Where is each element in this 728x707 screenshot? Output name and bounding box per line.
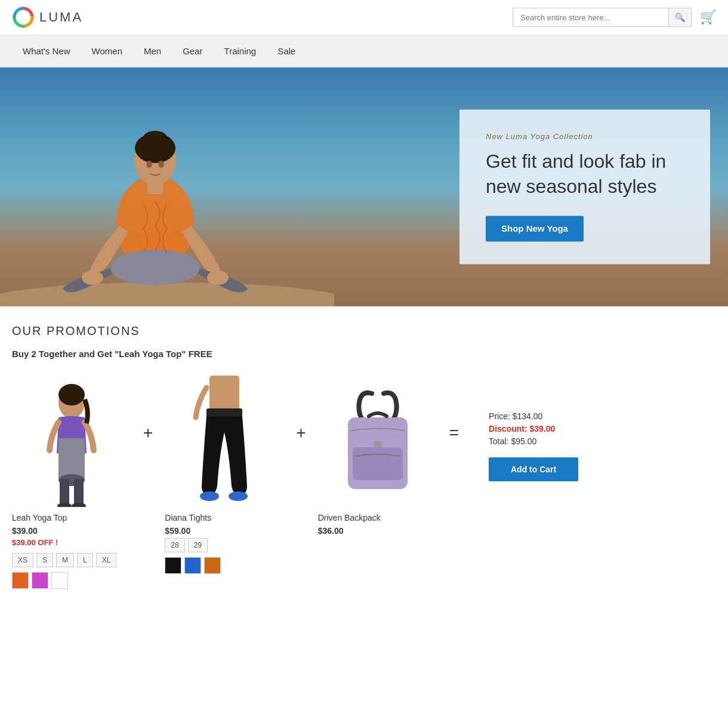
product-3-price: $36.00 [318, 526, 437, 536]
nav-item-women[interactable]: Women [81, 35, 133, 67]
product-2-colors [165, 557, 284, 574]
product-1-image [12, 376, 131, 507]
logo-text: LUMA [39, 10, 83, 25]
svg-point-22 [200, 491, 219, 501]
cart-icon[interactable]: 🛒 [700, 10, 716, 25]
svg-rect-21 [206, 408, 242, 417]
waist-28[interactable]: 28 [165, 538, 184, 552]
hero-title: Get fit and look fab in new seasonal sty… [486, 149, 684, 199]
luma-logo-icon [12, 6, 35, 29]
product-2-waist: 28 29 [165, 538, 284, 552]
size-xs[interactable]: XS [12, 553, 33, 567]
size-s[interactable]: S [36, 553, 53, 567]
hero-banner: New Luma Yoga Collection Get fit and loo… [0, 67, 728, 306]
product-2-svg [189, 376, 260, 507]
svg-point-11 [158, 161, 164, 168]
search-wrap: 🔍 [513, 8, 692, 27]
svg-rect-13 [58, 438, 85, 480]
nav-item-men[interactable]: Men [133, 35, 172, 67]
svg-rect-16 [60, 479, 69, 506]
product-2-price: $59.00 [165, 526, 284, 536]
promotions-title: OUR PROMOTIONS [12, 324, 716, 338]
svg-point-8 [82, 270, 103, 285]
product-1-info: Leah Yoga Top $39.00 $39.00 OFF ! XS S M… [12, 507, 131, 589]
product-1-sizes: XS S M L XL [12, 553, 131, 567]
product-3-name: Driven Backpack [318, 513, 437, 522]
svg-point-10 [146, 161, 152, 168]
color-blue[interactable] [184, 557, 201, 574]
svg-point-15 [58, 384, 85, 405]
hero-yoga-person [0, 67, 334, 306]
svg-rect-25 [353, 447, 403, 480]
product-1-colors [12, 572, 131, 589]
size-m[interactable]: M [56, 553, 74, 567]
nav-item-training[interactable]: Training [214, 35, 267, 67]
product-1-price: $39.00 [12, 526, 131, 536]
product-1: Leah Yoga Top $39.00 $39.00 OFF ! XS S M… [12, 376, 131, 589]
svg-point-23 [229, 491, 248, 501]
search-button[interactable]: 🔍 [668, 8, 691, 26]
product-3-svg [330, 388, 425, 507]
size-l[interactable]: L [77, 553, 93, 567]
product-1-svg [33, 382, 110, 507]
discount-label: Discount: $39.00 [489, 424, 578, 434]
svg-rect-20 [209, 376, 239, 411]
product-1-discount: $39.00 OFF ! [12, 538, 131, 547]
header: LUMA 🔍 🛒 [0, 0, 728, 35]
product-3: Driven Backpack $36.00 [318, 376, 437, 538]
color-orange[interactable] [12, 572, 29, 589]
search-input[interactable] [513, 9, 668, 26]
product-3-info: Driven Backpack $36.00 [318, 507, 437, 538]
product-2-info: Diana Tights $59.00 28 29 [165, 507, 284, 574]
hero-subtitle: New Luma Yoga Collection [486, 132, 684, 141]
color-white[interactable] [51, 572, 68, 589]
color-purple[interactable] [32, 572, 48, 589]
product-3-image [318, 376, 437, 507]
product-1-name: Leah Yoga Top [12, 513, 131, 522]
shop-new-yoga-button[interactable]: Shop New Yoga [486, 216, 584, 242]
color-burnt-orange[interactable] [204, 557, 221, 574]
price-summary: Price: $134.00 Discount: $39.00 Total: $… [471, 376, 578, 481]
waist-29[interactable]: 29 [188, 538, 208, 552]
nav-item-sale[interactable]: Sale [267, 35, 306, 67]
operator-plus-1: + [131, 376, 165, 442]
svg-rect-17 [74, 479, 84, 506]
svg-point-7 [110, 250, 200, 285]
nav-item-whats-new[interactable]: What's New [12, 35, 81, 67]
operator-plus-2: + [284, 376, 317, 442]
svg-rect-6 [147, 182, 163, 194]
svg-point-9 [207, 270, 229, 285]
svg-point-19 [72, 503, 86, 507]
promo-row: Leah Yoga Top $39.00 $39.00 OFF ! XS S M… [12, 376, 716, 589]
promotions-section: OUR PROMOTIONS Buy 2 Together and Get "L… [0, 306, 728, 613]
logo[interactable]: LUMA [12, 6, 83, 29]
svg-point-5 [143, 131, 167, 145]
svg-point-18 [57, 503, 72, 507]
promo-subtitle: Buy 2 Together and Get "Leah Yoga Top" F… [12, 349, 716, 359]
size-xl[interactable]: XL [96, 553, 117, 567]
color-black[interactable] [165, 557, 181, 574]
price-label: Price: $134.00 [489, 411, 578, 421]
svg-point-1 [0, 282, 334, 306]
total-label: Total: $95.00 [489, 437, 578, 446]
svg-rect-26 [374, 441, 382, 447]
main-nav: What's New Women Men Gear Training Sale [0, 35, 728, 67]
product-2-image [165, 376, 284, 507]
add-to-cart-button[interactable]: Add to Cart [489, 457, 578, 481]
operator-equals: = [437, 376, 471, 442]
nav-item-gear[interactable]: Gear [172, 35, 213, 67]
product-2-name: Diana Tights [165, 513, 284, 522]
hero-overlay: New Luma Yoga Collection Get fit and loo… [459, 109, 710, 264]
product-2: Diana Tights $59.00 28 29 [165, 376, 284, 574]
